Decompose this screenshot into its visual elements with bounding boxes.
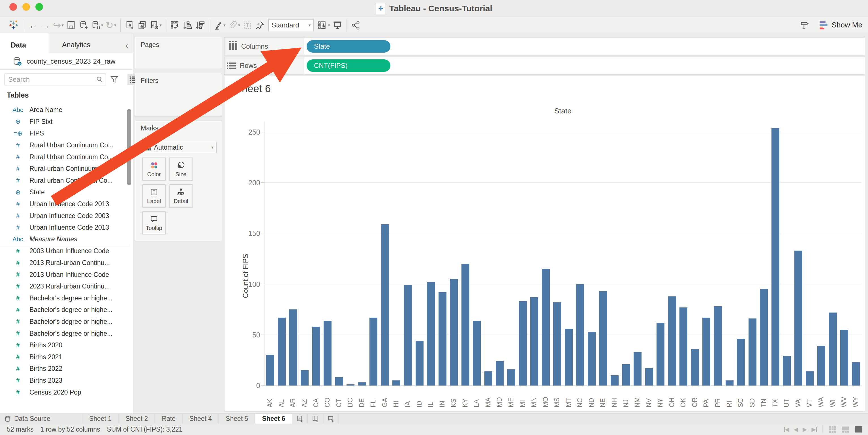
- field-row[interactable]: # Rural Urban Continuum Co...: [0, 151, 129, 163]
- field-row[interactable]: # Births 2021: [0, 351, 129, 363]
- field-row[interactable]: # Rural-urban Continuum Co...: [0, 175, 129, 187]
- field-row[interactable]: # Births 2023: [0, 375, 129, 387]
- presentation-mode-button[interactable]: [331, 19, 344, 32]
- last-sheet-button[interactable]: ▶: [812, 426, 817, 433]
- sheet-tab[interactable]: Sheet 4: [182, 414, 219, 424]
- bar-mark[interactable]: [588, 332, 596, 386]
- y-axis[interactable]: 050100150200250: [233, 122, 260, 386]
- bar-mark[interactable]: [381, 224, 389, 386]
- tab-analytics[interactable]: Analytics: [49, 33, 133, 53]
- bar-mark[interactable]: [530, 297, 538, 386]
- bar-mark[interactable]: [278, 317, 286, 386]
- sheet-tab[interactable]: Sheet 6: [255, 414, 292, 424]
- swap-rows-columns-button[interactable]: [169, 19, 181, 32]
- sort-ascending-button[interactable]: [181, 19, 194, 32]
- bar-mark[interactable]: [438, 292, 446, 386]
- field-row[interactable]: # Bachelor's degree or highe...: [0, 293, 129, 304]
- bar-mark[interactable]: [289, 309, 297, 386]
- tab-data-source[interactable]: Data Source: [0, 414, 58, 424]
- field-row[interactable]: # Bachelor's degree or highe...: [0, 328, 129, 339]
- field-row[interactable]: # Births 2022: [0, 363, 129, 375]
- bar-mark[interactable]: [542, 269, 550, 386]
- bar-mark[interactable]: [668, 296, 676, 386]
- field-row[interactable]: Abc Measure Names: [0, 234, 129, 245]
- color-button[interactable]: Color: [143, 158, 166, 181]
- new-worksheet-button[interactable]: [123, 19, 136, 32]
- filters-shelf[interactable]: Filters: [135, 73, 222, 116]
- bar-mark[interactable]: [599, 291, 607, 386]
- new-data-source-button[interactable]: [77, 19, 90, 32]
- bar-mark[interactable]: [622, 364, 630, 386]
- bar-mark[interactable]: [760, 289, 768, 386]
- bar-mark[interactable]: [656, 323, 664, 386]
- field-row[interactable]: # 2013 Urban Influence Code: [0, 269, 129, 280]
- bar-mark[interactable]: [404, 285, 412, 386]
- replay-button[interactable]: ↪▾: [52, 19, 65, 32]
- field-row[interactable]: # Urban Influence Code 2003: [0, 210, 129, 222]
- tab-data[interactable]: Data: [0, 33, 49, 53]
- x-axis[interactable]: AKALARAZCACOCTDCDEFLGAHIIAIDILINKSKYLAMA…: [264, 386, 862, 408]
- bar-mark[interactable]: [519, 301, 527, 386]
- fit-selector[interactable]: Standard ▾: [268, 19, 314, 31]
- first-sheet-button[interactable]: ◀: [784, 426, 789, 433]
- bar-mark[interactable]: [852, 362, 860, 386]
- filter-fields-button[interactable]: [108, 73, 121, 86]
- show-me-button[interactable]: Show Me: [819, 21, 862, 29]
- bar-mark[interactable]: [771, 128, 779, 386]
- highlight-button[interactable]: ▾: [212, 19, 227, 32]
- detail-button[interactable]: Detail: [169, 185, 192, 208]
- bar-mark[interactable]: [335, 377, 343, 386]
- pill-cnt-fips[interactable]: CNT(FIPS): [307, 59, 391, 72]
- field-row[interactable]: # 2013 Rural-urban Continu...: [0, 257, 129, 269]
- bar-mark[interactable]: [795, 250, 802, 386]
- field-row[interactable]: # 2023 Rural-urban Continu...: [0, 280, 129, 293]
- bar-mark[interactable]: [415, 341, 424, 386]
- field-row[interactable]: ⊕ FIP Stxt: [0, 116, 129, 128]
- bar-mark[interactable]: [553, 302, 561, 386]
- sheet-tab[interactable]: Sheet 2: [118, 414, 155, 424]
- next-sheet-button[interactable]: ▶: [803, 426, 807, 433]
- refresh-data-button[interactable]: ↻▾: [104, 19, 118, 32]
- bar-mark[interactable]: [565, 329, 573, 386]
- bar-mark[interactable]: [358, 382, 366, 386]
- field-row[interactable]: # Bachelor's degree or highe...: [0, 316, 129, 328]
- label-button[interactable]: Label: [143, 185, 166, 208]
- bar-mark[interactable]: [633, 352, 642, 386]
- filmstrip-view-icon[interactable]: [841, 425, 850, 434]
- field-row[interactable]: # Rural Urban Continuum Co...: [0, 139, 129, 151]
- previous-sheet-button[interactable]: ◀: [794, 426, 798, 433]
- bar-mark[interactable]: [323, 321, 332, 386]
- bar-mark[interactable]: [312, 327, 320, 386]
- bar-mark[interactable]: [485, 371, 492, 386]
- data-source-row[interactable]: county_census_2023-24_raw: [0, 53, 133, 70]
- sort-descending-button[interactable]: [194, 19, 206, 32]
- sheet-tab[interactable]: Sheet 5: [219, 414, 255, 424]
- save-button[interactable]: [65, 19, 77, 32]
- bar-mark[interactable]: [301, 370, 309, 386]
- marks-card[interactable]: Marks Automatic ▾ Color Size Label: [135, 120, 222, 241]
- bar-mark[interactable]: [645, 368, 653, 386]
- bar-mark[interactable]: [783, 356, 791, 386]
- pill-state[interactable]: State: [307, 40, 391, 53]
- field-row[interactable]: # Census 2020 Pop: [0, 387, 129, 398]
- bar-mark[interactable]: [748, 319, 756, 386]
- field-row[interactable]: # Urban Influence Code 2013: [0, 198, 129, 210]
- bar-mark[interactable]: [714, 306, 722, 386]
- bar-mark[interactable]: [611, 375, 619, 386]
- bar-mark[interactable]: [507, 369, 515, 386]
- duplicate-sheet-button[interactable]: [136, 19, 148, 32]
- pages-shelf[interactable]: Pages: [135, 37, 222, 69]
- show-mark-labels-button[interactable]: [241, 19, 254, 32]
- search-input[interactable]: [8, 75, 96, 83]
- bar-mark[interactable]: [840, 330, 848, 386]
- bar-mark[interactable]: [450, 279, 458, 386]
- bar-mark[interactable]: [346, 384, 354, 386]
- bar-mark[interactable]: [817, 346, 825, 386]
- new-worksheet-tab-button[interactable]: [292, 414, 307, 424]
- pause-auto-updates-button[interactable]: ▾: [90, 19, 104, 32]
- search-box[interactable]: [4, 73, 106, 86]
- bar-mark[interactable]: [725, 380, 734, 386]
- sheet-tab[interactable]: Rate: [155, 414, 182, 424]
- columns-shelf[interactable]: Columns State: [224, 37, 865, 56]
- field-row[interactable]: ⊕ State: [0, 187, 129, 198]
